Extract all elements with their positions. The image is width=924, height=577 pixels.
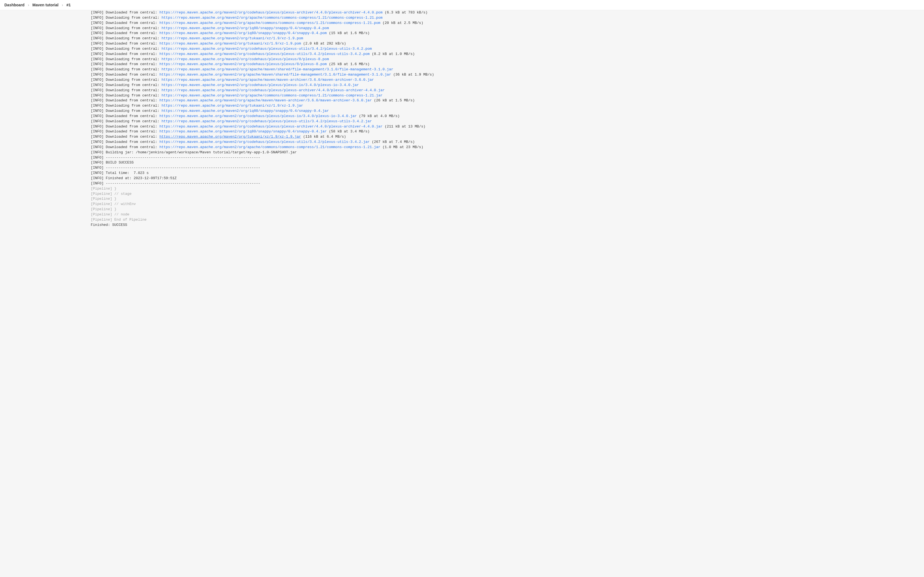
log-text: [INFO] Downloading from central:	[91, 78, 162, 82]
log-line: [INFO] Downloaded from central: https://…	[91, 31, 913, 36]
breadcrumb-job[interactable]: Maven tutorial	[32, 3, 58, 7]
log-text: [INFO] Downloaded from central:	[91, 21, 160, 25]
chevron-right-icon: ›	[62, 3, 63, 7]
log-text: (20 kB at 2.5 MB/s)	[380, 21, 423, 25]
pipeline-log-line: [Pipeline] }	[91, 197, 913, 201]
artifact-link[interactable]: https://repo.maven.apache.org/maven2/org…	[160, 135, 301, 139]
log-text: (79 kB at 4.0 MB/s)	[357, 114, 400, 118]
pipeline-log-line: [Pipeline] End of Pipeline	[91, 218, 913, 222]
artifact-link[interactable]: https://repo.maven.apache.org/maven2/org…	[160, 10, 383, 15]
log-line: [INFO] Downloading from central: https:/…	[91, 57, 913, 62]
artifact-link[interactable]: https://repo.maven.apache.org/maven2/org…	[160, 62, 327, 66]
artifact-link[interactable]: https://repo.maven.apache.org/maven2/org…	[162, 26, 329, 30]
artifact-link[interactable]: https://repo.maven.apache.org/maven2/org…	[162, 88, 384, 92]
console-output: [INFO] Downloaded from central: https://…	[91, 10, 913, 227]
log-line: [INFO] Downloaded from central: https://…	[91, 72, 913, 77]
log-text: [INFO] Finished at: 2023-12-09T17:59:51Z	[91, 176, 176, 180]
log-text: [INFO] Downloaded from central:	[91, 62, 160, 66]
log-text: [Pipeline] }	[91, 207, 116, 211]
artifact-link[interactable]: https://repo.maven.apache.org/maven2/org…	[162, 109, 329, 113]
log-line: [INFO] ---------------------------------…	[91, 181, 913, 186]
log-text: (211 kB at 13 MB/s)	[383, 124, 425, 129]
artifact-link[interactable]: https://repo.maven.apache.org/maven2/org…	[162, 16, 383, 20]
log-line: [INFO] Downloading from central: https:/…	[91, 93, 913, 98]
log-line: Finished: SUCCESS	[91, 222, 913, 228]
log-text: [Pipeline] // withEnv	[91, 202, 136, 206]
page-body: [INFO] Downloaded from central: https://…	[0, 10, 924, 234]
log-text: [INFO] Downloaded from central:	[91, 129, 160, 134]
pipeline-log-line: [Pipeline] }	[91, 186, 913, 192]
artifact-link[interactable]: https://repo.maven.apache.org/maven2/org…	[160, 129, 327, 134]
log-line: [INFO] Downloaded from central: https://…	[91, 134, 913, 140]
artifact-link[interactable]: https://repo.maven.apache.org/maven2/org…	[162, 47, 372, 51]
log-text: (15 kB at 1.6 MB/s)	[327, 31, 370, 35]
log-text: [INFO] Downloaded from central:	[91, 145, 160, 149]
artifact-link[interactable]: https://repo.maven.apache.org/maven2/org…	[160, 21, 381, 25]
log-line: [INFO] Downloaded from central: https://…	[91, 10, 913, 15]
breadcrumb-build[interactable]: #1	[66, 3, 71, 7]
log-line: [INFO] Downloading from central: https:/…	[91, 83, 913, 88]
artifact-link[interactable]: https://repo.maven.apache.org/maven2/org…	[160, 73, 391, 77]
log-line: [INFO] Downloaded from central: https://…	[91, 21, 913, 26]
log-line: [INFO] Downloaded from central: https://…	[91, 145, 913, 150]
log-text: [INFO] Downloaded from central:	[91, 98, 160, 103]
log-line: [INFO] Downloading from central: https:/…	[91, 77, 913, 83]
pipeline-log-line: [Pipeline] // withEnv	[91, 201, 913, 207]
log-line: [INFO] Downloading from central: https:/…	[91, 67, 913, 72]
artifact-link[interactable]: https://repo.maven.apache.org/maven2/org…	[160, 31, 327, 35]
artifact-link[interactable]: https://repo.maven.apache.org/maven2/org…	[162, 93, 383, 98]
artifact-link[interactable]: https://repo.maven.apache.org/maven2/org…	[160, 114, 357, 118]
artifact-link[interactable]: https://repo.maven.apache.org/maven2/org…	[160, 145, 381, 149]
log-line: [INFO] Downloaded from central: https://…	[91, 98, 913, 103]
log-text: [INFO] Downloading from central:	[91, 109, 162, 113]
log-text: [INFO] Downloading from central:	[91, 57, 162, 61]
artifact-link[interactable]: https://repo.maven.apache.org/maven2/org…	[160, 140, 370, 144]
log-text: [INFO] Downloading from central:	[91, 103, 162, 108]
log-text: [INFO] Downloaded from central:	[91, 114, 160, 118]
artifact-link[interactable]: https://repo.maven.apache.org/maven2/org…	[162, 67, 393, 71]
artifact-link[interactable]: https://repo.maven.apache.org/maven2/org…	[160, 124, 383, 129]
artifact-link[interactable]: https://repo.maven.apache.org/maven2/org…	[162, 103, 303, 108]
log-text: [INFO] Downloaded from central:	[91, 135, 160, 139]
artifact-link[interactable]: https://repo.maven.apache.org/maven2/org…	[162, 78, 374, 82]
artifact-link[interactable]: https://repo.maven.apache.org/maven2/org…	[162, 36, 303, 40]
artifact-link[interactable]: https://repo.maven.apache.org/maven2/org…	[162, 83, 359, 87]
breadcrumb-dashboard[interactable]: Dashboard	[5, 3, 24, 7]
log-text: [INFO] ---------------------------------…	[91, 181, 260, 185]
log-text: [INFO] Downloaded from central:	[91, 42, 160, 46]
artifact-link[interactable]: https://repo.maven.apache.org/maven2/org…	[162, 119, 372, 123]
log-text: (36 kB at 1.9 MB/s)	[391, 73, 434, 77]
log-line: [INFO] Downloading from central: https:/…	[91, 36, 913, 41]
log-text: [INFO] ---------------------------------…	[91, 166, 260, 170]
log-text: (116 kB at 6.4 MB/s)	[301, 135, 346, 139]
artifact-link[interactable]: https://repo.maven.apache.org/maven2/org…	[160, 42, 301, 46]
pipeline-log-line: [Pipeline] }	[91, 207, 913, 212]
log-text: [INFO] Downloading from central:	[91, 88, 162, 92]
log-text: [INFO] Downloading from central:	[91, 36, 162, 40]
log-text: [Pipeline] // node	[91, 213, 129, 216]
log-text: (8.2 kB at 1.0 MB/s)	[370, 52, 415, 56]
artifact-link[interactable]: https://repo.maven.apache.org/maven2/org…	[160, 98, 372, 103]
sidebar-spacer	[0, 10, 85, 234]
artifact-link[interactable]: https://repo.maven.apache.org/maven2/org…	[160, 52, 370, 56]
log-text: [INFO] BUILD SUCCESS	[91, 160, 134, 164]
log-text: [INFO] Downloaded from central:	[91, 140, 160, 144]
log-line: [INFO] Finished at: 2023-12-09T17:59:51Z	[91, 176, 913, 181]
log-text: [INFO] Downloading from central:	[91, 16, 162, 20]
log-text: [Pipeline] }	[91, 197, 116, 201]
log-line: [INFO] BUILD SUCCESS	[91, 160, 913, 165]
log-line: [INFO] Downloading from central: https:/…	[91, 88, 913, 93]
log-text: (25 kB at 1.6 MB/s)	[327, 62, 370, 66]
log-line: [INFO] Downloading from central: https:/…	[91, 119, 913, 124]
log-text: [INFO] Downloading from central:	[91, 26, 162, 30]
log-line: [INFO] Downloaded from central: https://…	[91, 140, 913, 145]
log-text: Finished: SUCCESS	[91, 223, 127, 227]
log-line: [INFO] Downloaded from central: https://…	[91, 124, 913, 129]
pipeline-log-line: [Pipeline] // stage	[91, 192, 913, 197]
log-line: [INFO] Downloading from central: https:/…	[91, 15, 913, 21]
log-text: [Pipeline] End of Pipeline	[91, 218, 147, 222]
log-line: [INFO] Downloading from central: https:/…	[91, 26, 913, 31]
log-line: [INFO] Downloading from central: https:/…	[91, 108, 913, 114]
artifact-link[interactable]: https://repo.maven.apache.org/maven2/org…	[162, 57, 329, 61]
log-line: [INFO] Downloading from central: https:/…	[91, 103, 913, 108]
